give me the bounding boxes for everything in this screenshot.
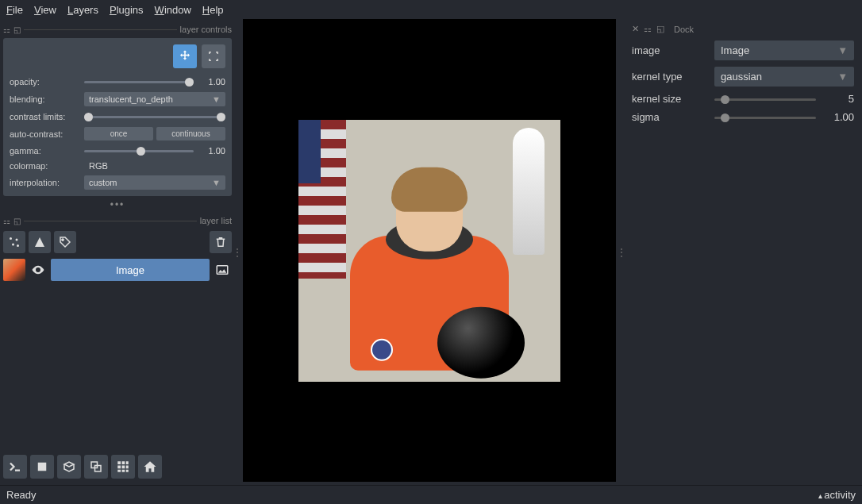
main-area: ⚏ ◱ layer controls opacity: 1.00 [0, 19, 862, 485]
undock-icon[interactable]: ⚏ [644, 24, 652, 34]
chevron-down-icon: ▼ [837, 44, 848, 56]
menu-bar: File View Layers Plugins Window Help [0, 0, 862, 19]
roll-dims-button[interactable] [57, 455, 81, 479]
move-icon [178, 49, 192, 63]
layer-type-icon [213, 263, 232, 277]
labels-icon [58, 235, 72, 249]
delete-layer-button[interactable] [210, 231, 232, 253]
sigma-label: sigma [632, 111, 708, 123]
gamma-value: 1.00 [198, 146, 225, 156]
trash-icon [214, 235, 228, 249]
menu-file[interactable]: File [6, 4, 23, 16]
svg-point-0 [10, 237, 12, 240]
ndisplay-button[interactable] [30, 455, 54, 479]
home-button[interactable] [138, 455, 162, 479]
menu-window[interactable]: Window [155, 4, 191, 16]
right-sidebar: ✕ ⚏ ◱ Dock image Image ▼ kernel type gau… [624, 19, 862, 485]
svg-point-1 [16, 239, 18, 241]
points-icon [7, 235, 21, 249]
sigma-slider[interactable] [714, 112, 816, 123]
close-icon[interactable]: ✕ [632, 24, 639, 34]
svg-rect-14 [126, 466, 129, 469]
svg-point-4 [62, 239, 63, 240]
gamma-slider[interactable] [84, 145, 194, 156]
auto-contrast-continuous-button[interactable]: continuous [156, 127, 225, 140]
menu-view[interactable]: View [34, 4, 56, 16]
shapes-icon [33, 235, 47, 249]
auto-contrast-label: auto-contrast: [10, 129, 79, 139]
layer-visibility-toggle[interactable] [29, 263, 48, 277]
blending-select[interactable]: translucent_no_depth ▼ [84, 92, 225, 106]
popout-icon[interactable]: ◱ [13, 217, 21, 225]
layer-list-title: layer list [200, 216, 232, 225]
svg-point-2 [12, 244, 14, 246]
layer-list-header: ⚏ ◱ layer list [3, 214, 232, 228]
dock-header: ✕ ⚏ ◱ Dock [632, 24, 854, 34]
contrast-limits-label: contrast limits: [10, 112, 79, 121]
transpose-icon [89, 460, 103, 474]
kernel-size-value: 5 [822, 93, 854, 105]
chevron-down-icon: ▼ [837, 71, 848, 83]
blending-value: translucent_no_depth [89, 94, 173, 104]
center-area [240, 19, 619, 485]
blending-label: blending: [10, 94, 79, 104]
transpose-dims-button[interactable] [84, 455, 108, 479]
menu-layers[interactable]: Layers [67, 4, 98, 16]
layer-controls-title: layer controls [180, 25, 232, 34]
grid-button[interactable] [111, 455, 135, 479]
svg-rect-15 [117, 470, 121, 472]
canvas-viewer[interactable] [243, 19, 616, 482]
new-labels-layer-button[interactable] [54, 231, 76, 253]
kernel-type-select[interactable]: gaussian ▼ [714, 67, 854, 87]
svg-rect-10 [122, 461, 125, 464]
popout-icon[interactable]: ◱ [656, 24, 664, 34]
activity-button[interactable]: activity [818, 489, 856, 501]
transform-icon [206, 49, 221, 63]
gamma-label: gamma: [10, 146, 79, 156]
svg-rect-16 [122, 470, 125, 472]
interpolation-select[interactable]: custom ▼ [84, 175, 225, 190]
more-icon[interactable]: ••• [3, 199, 232, 210]
kernel-size-label: kernel size [632, 93, 708, 105]
layer-name[interactable]: Image [51, 259, 210, 281]
new-points-layer-button[interactable] [3, 231, 25, 253]
svg-point-3 [17, 244, 19, 247]
image-param-select[interactable]: Image ▼ [714, 40, 854, 60]
console-icon [8, 460, 22, 474]
svg-rect-9 [117, 461, 121, 464]
console-button[interactable] [3, 455, 27, 479]
image-param-label: image [632, 44, 708, 56]
status-bar: Ready activity [0, 485, 862, 504]
menu-help[interactable]: Help [202, 4, 224, 16]
opacity-label: opacity: [10, 77, 79, 87]
svg-rect-17 [126, 470, 129, 472]
layer-controls-header: ⚏ ◱ layer controls [3, 22, 232, 37]
kernel-size-slider[interactable] [714, 94, 816, 105]
canvas-image [298, 120, 560, 382]
opacity-value: 1.00 [198, 77, 225, 87]
transform-mode-button[interactable] [202, 44, 225, 68]
status-text: Ready [6, 489, 37, 501]
image-param-value: Image [721, 44, 749, 56]
opacity-slider[interactable] [84, 76, 194, 87]
auto-contrast-once-button[interactable]: once [84, 127, 153, 140]
undock-icon[interactable]: ⚏ [3, 25, 10, 34]
layer-item[interactable]: Image [3, 258, 232, 282]
pan-zoom-mode-button[interactable] [173, 44, 197, 68]
sigma-value: 1.00 [822, 111, 854, 123]
grid-icon [116, 460, 130, 474]
popout-icon[interactable]: ◱ [13, 25, 21, 34]
colormap-label: colormap: [10, 161, 79, 171]
interpolation-label: interpolation: [10, 178, 79, 187]
svg-rect-11 [126, 461, 129, 464]
undock-icon[interactable]: ⚏ [3, 217, 10, 225]
square-icon [35, 460, 49, 474]
image-icon [215, 263, 229, 277]
kernel-type-label: kernel type [632, 71, 708, 83]
menu-plugins[interactable]: Plugins [110, 4, 144, 16]
layer-tools-row [3, 231, 232, 253]
eye-icon [31, 263, 45, 277]
home-icon [143, 460, 157, 474]
new-shapes-layer-button[interactable] [29, 231, 51, 253]
contrast-limits-slider[interactable] [84, 111, 225, 122]
